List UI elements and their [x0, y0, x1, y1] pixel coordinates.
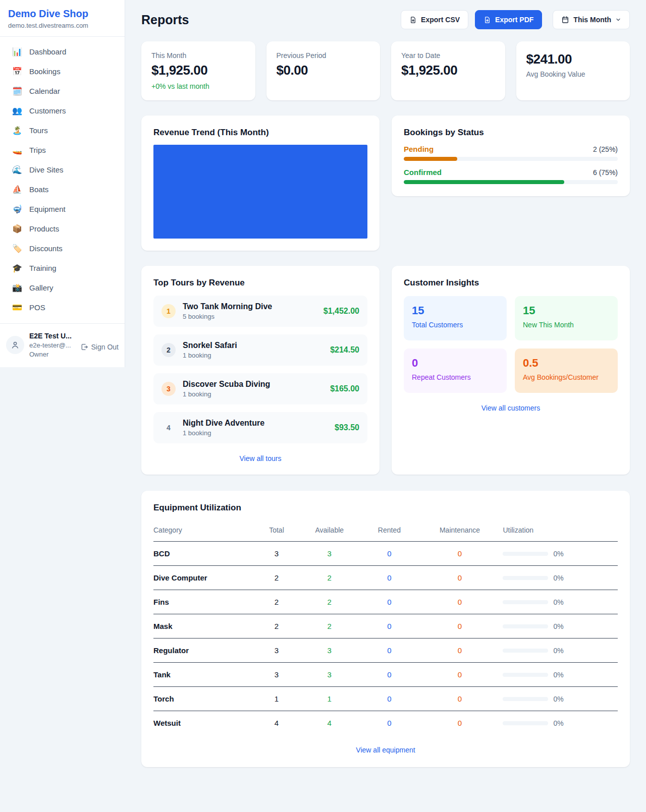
utilization-cell: 0% [503, 550, 614, 558]
calendar-icon [561, 16, 569, 24]
utilization-bar [503, 721, 548, 725]
utilization-pct: 0% [553, 622, 563, 630]
sidebar-item-label: Equipment [29, 205, 66, 213]
sidebar-item-customers[interactable]: 👥Customers [0, 101, 125, 121]
top-tours-card: Top Tours by Revenue 1 Two Tank Morning … [141, 266, 380, 475]
package-icon: 📦 [12, 224, 22, 234]
cell-available: 3 [297, 542, 362, 566]
shop-name: Demo Dive Shop [8, 8, 117, 20]
sidebar-item-bookings[interactable]: 📅Bookings [0, 62, 125, 81]
tour-name: Two Tank Morning Dive [183, 302, 316, 311]
speedboat-icon: 🚤 [12, 145, 22, 155]
cell-rented: 0 [362, 711, 417, 735]
sign-out-button[interactable]: Sign Out [80, 343, 119, 351]
user-area: E2E Test U... e2e-tester@... Owner Sign … [0, 323, 125, 367]
utilization-pct: 0% [553, 574, 563, 582]
diving-mask-icon: 🤿 [12, 204, 22, 214]
stat-label: Year to Date [401, 51, 495, 60]
view-all-tours-link[interactable]: View all tours [153, 454, 367, 462]
spiral-calendar-icon: 🗓️ [12, 86, 22, 96]
period-label: This Month [573, 16, 611, 24]
cell-available: 4 [297, 711, 362, 735]
view-all-equipment-link[interactable]: View all equipment [153, 746, 618, 754]
tour-bookings: 5 bookings [183, 313, 316, 320]
cell-category: Wetsuit [153, 711, 256, 735]
sidebar-item-products[interactable]: 📦Products [0, 219, 125, 239]
sailboat-icon: ⛵ [12, 185, 22, 194]
table-row: Tank 3 3 0 0 0% [153, 663, 618, 687]
customer-insights-title: Customer Insights [404, 278, 618, 288]
cell-rented: 0 [362, 542, 417, 566]
customer-insights-card: Customer Insights 15 Total Customers 15 … [392, 266, 630, 475]
table-row: Wetsuit 4 4 0 0 0% [153, 711, 618, 735]
stat-value: $0.00 [277, 63, 370, 78]
sidebar-item-equipment[interactable]: 🤿Equipment [0, 199, 125, 219]
export-csv-button[interactable]: Export CSV [401, 10, 468, 29]
col-utilization: Utilization [503, 520, 618, 542]
user-meta: E2E Test U... e2e-tester@... Owner [29, 332, 75, 358]
sidebar-item-calendar[interactable]: 🗓️Calendar [0, 81, 125, 101]
sidebar-item-boats[interactable]: ⛵Boats [0, 180, 125, 199]
utilization-cell: 0% [503, 695, 614, 703]
tile-value: 15 [523, 304, 610, 317]
stats-row: This Month $1,925.00 +0% vs last month P… [141, 41, 630, 100]
sidebar-item-tours[interactable]: 🏝️Tours [0, 121, 125, 140]
status-bar-fill [404, 157, 457, 161]
period-dropdown[interactable]: This Month [553, 10, 630, 29]
cell-available: 1 [297, 687, 362, 711]
cell-category: BCD [153, 542, 256, 566]
cell-total: 1 [256, 687, 297, 711]
sidebar: Demo Dive Shop demo.test.divestreams.com… [0, 0, 125, 367]
stat-value: $241.00 [526, 51, 620, 67]
main-content: Reports Export CSV Export PDF This Month… [125, 0, 646, 787]
sidebar-item-label: Gallery [29, 283, 53, 292]
sidebar-item-training[interactable]: 🎓Training [0, 258, 125, 278]
sidebar-item-discounts[interactable]: 🏷️Discounts [0, 239, 125, 258]
utilization-bar [503, 576, 548, 580]
tour-revenue: $1,452.00 [324, 307, 359, 316]
utilization-bar [503, 649, 548, 653]
status-row-confirmed: Confirmed 6 (75%) [404, 168, 618, 177]
tile-label: Avg Bookings/Customer [523, 373, 610, 381]
cell-category: Torch [153, 687, 256, 711]
tour-revenue: $165.00 [330, 384, 359, 393]
sidebar-item-pos[interactable]: 💳POS [0, 298, 125, 317]
tour-row: 4 Night Dive Adventure 1 booking $93.50 [153, 412, 367, 443]
utilization-cell: 0% [503, 647, 614, 655]
utilization-bar [503, 697, 548, 701]
shop-domain: demo.test.divestreams.com [8, 22, 117, 29]
sidebar-item-trips[interactable]: 🚤Trips [0, 140, 125, 160]
charts-row: Revenue Trend (This Month) Bookings by S… [141, 115, 630, 251]
utilization-pct: 0% [553, 647, 563, 655]
rank-badge: 2 [162, 343, 176, 357]
status-bar-track [404, 180, 618, 184]
user-name: E2E Test U... [29, 332, 75, 340]
page-title: Reports [141, 13, 189, 27]
table-row: Torch 1 1 0 0 0% [153, 687, 618, 711]
stat-delta: +0% vs last month [151, 82, 245, 90]
tour-bookings: 1 booking [183, 352, 323, 359]
utilization-pct: 0% [553, 671, 563, 679]
sidebar-item-gallery[interactable]: 📸Gallery [0, 278, 125, 298]
tile-avg-bookings-customer: 0.5 Avg Bookings/Customer [515, 349, 618, 393]
utilization-cell: 0% [503, 719, 614, 727]
view-all-customers-link[interactable]: View all customers [404, 404, 618, 412]
cell-maintenance: 0 [417, 711, 503, 735]
equipment-table: Category Total Available Rented Maintena… [153, 520, 618, 735]
sidebar-item-dashboard[interactable]: 📊Dashboard [0, 42, 125, 62]
cell-maintenance: 0 [417, 663, 503, 687]
bar-chart-icon: 📊 [12, 47, 22, 56]
utilization-cell: 0% [503, 598, 614, 606]
rank-badge: 4 [162, 421, 176, 435]
sidebar-item-label: Boats [29, 185, 48, 194]
export-pdf-button[interactable]: Export PDF [475, 10, 542, 29]
cell-rented: 0 [362, 614, 417, 639]
tile-new-this-month: 15 New This Month [515, 296, 618, 340]
rank-badge: 3 [162, 382, 176, 396]
tour-row: 2 Snorkel Safari 1 booking $214.50 [153, 334, 367, 366]
calendar-icon: 📅 [12, 67, 22, 76]
utilization-cell: 0% [503, 622, 614, 630]
sidebar-item-dive-sites[interactable]: 🌊Dive Sites [0, 160, 125, 180]
cell-rented: 0 [362, 639, 417, 663]
tag-icon: 🏷️ [12, 244, 22, 253]
